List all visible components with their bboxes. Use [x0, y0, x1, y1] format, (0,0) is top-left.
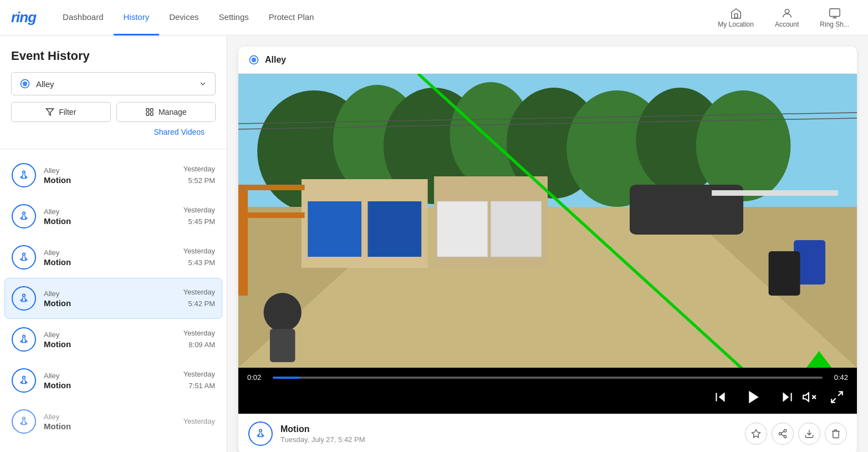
skip-back-button[interactable] [709, 386, 732, 408]
svg-rect-41 [248, 212, 304, 218]
svg-rect-9 [150, 113, 153, 115]
footer-actions [745, 423, 847, 445]
fullscreen-icon [830, 390, 844, 404]
svg-rect-40 [248, 185, 304, 190]
manage-button[interactable]: Manage [116, 102, 216, 122]
event-icon-wrap-1 [12, 163, 36, 187]
nav-links: Dashboard History Devices Settings Prote… [53, 0, 324, 35]
nav-dashboard[interactable]: Dashboard [53, 0, 113, 35]
device-select-dropdown[interactable]: Alley [11, 72, 216, 95]
nav-protect[interactable]: Protect Plan [259, 0, 324, 35]
svg-point-16 [23, 417, 25, 420]
event-item-5[interactable]: Alley Motion Yesterday 8:09 AM [4, 319, 222, 360]
svg-line-29 [238, 113, 857, 124]
svg-point-15 [23, 376, 25, 379]
event-time-1: Yesterday 5:52 PM [183, 164, 215, 187]
fullscreen-button[interactable] [826, 386, 848, 408]
svg-point-21 [257, 90, 371, 212]
star-button[interactable] [745, 423, 767, 445]
progress-track[interactable] [273, 377, 823, 379]
video-right-controls [798, 386, 848, 408]
event-icon-wrap-6 [12, 368, 36, 393]
account-button[interactable]: Account [767, 7, 806, 28]
svg-marker-61 [752, 430, 760, 438]
sidebar-divider [0, 149, 227, 149]
progress-bar-wrap: 0:02 0:42 [247, 373, 848, 382]
event-item-1[interactable]: Alley Motion Yesterday 5:52 PM [4, 155, 222, 196]
svg-point-4 [24, 83, 26, 85]
ring-logo: ring [11, 9, 36, 26]
svg-point-63 [779, 433, 782, 435]
ring-share-label: Ring Sh... [820, 21, 849, 28]
svg-point-10 [23, 171, 25, 174]
event-info-1: Alley Motion [44, 166, 176, 185]
download-button[interactable] [798, 423, 820, 445]
event-time-7: Yesterday [183, 416, 215, 428]
svg-point-62 [784, 430, 787, 433]
skip-forward-button[interactable] [776, 386, 798, 408]
svg-marker-47 [794, 351, 844, 368]
event-item-3[interactable]: Alley Motion Yesterday 5:43 PM [4, 237, 222, 278]
total-time-label: 0:42 [828, 373, 848, 382]
svg-marker-55 [803, 393, 809, 401]
share-button[interactable] [772, 423, 794, 445]
event-type-7: Motion [44, 421, 176, 431]
event-item-4[interactable]: Alley Motion Yesterday 5:42 PM [4, 278, 222, 319]
ring-share-button[interactable]: Ring Sh... [812, 7, 857, 28]
nav-history[interactable]: History [114, 0, 160, 35]
my-location-button[interactable]: My Location [710, 7, 762, 28]
event-item-6[interactable]: Alley Motion Yesterday 7:51 AM [4, 360, 222, 401]
footer-motion-icon [254, 428, 267, 440]
svg-marker-50 [719, 392, 725, 402]
svg-rect-49 [270, 329, 295, 362]
svg-rect-36 [367, 201, 421, 257]
camera-icon [19, 78, 30, 89]
skip-back-icon [713, 390, 728, 404]
account-icon [781, 7, 793, 19]
event-time-2: Yesterday 5:45 PM [183, 205, 215, 228]
svg-point-13 [23, 294, 25, 297]
event-device-1: Alley [44, 166, 176, 175]
motion-icon-5 [18, 333, 30, 346]
svg-marker-32 [238, 207, 857, 368]
filter-button[interactable]: Filter [11, 102, 111, 122]
play-button[interactable] [743, 386, 765, 408]
video-scene [238, 74, 857, 368]
delete-button[interactable] [825, 423, 847, 445]
svg-line-30 [238, 118, 857, 129]
sidebar-title: Event History [11, 49, 216, 63]
svg-point-48 [264, 293, 302, 332]
svg-rect-42 [630, 185, 743, 235]
event-icon-wrap-4 [12, 286, 36, 311]
svg-point-22 [333, 85, 421, 196]
mute-button[interactable] [798, 386, 820, 408]
home-icon [730, 7, 742, 19]
nav-settings[interactable]: Settings [209, 0, 259, 35]
svg-point-19 [253, 59, 255, 61]
svg-marker-52 [749, 391, 759, 404]
event-type-5: Motion [44, 339, 176, 349]
event-type-4: Motion [44, 298, 176, 308]
event-info-4: Alley Motion [44, 290, 176, 308]
event-list: Alley Motion Yesterday 5:52 PM [0, 155, 227, 442]
event-info-5: Alley Motion [44, 331, 176, 349]
event-item-2[interactable]: Alley Motion Yesterday 5:45 PM [4, 196, 222, 237]
svg-rect-2 [829, 8, 839, 16]
nav-devices[interactable]: Devices [159, 0, 208, 35]
event-device-3: Alley [44, 248, 176, 257]
svg-line-59 [831, 398, 836, 403]
control-buttons [709, 386, 798, 408]
svg-point-28 [696, 90, 791, 201]
svg-rect-39 [238, 185, 248, 296]
content-area: Alley [227, 35, 868, 452]
trash-icon [831, 429, 841, 439]
shared-videos-link[interactable]: Shared Videos [11, 122, 216, 136]
svg-rect-38 [491, 201, 542, 257]
event-time-3: Yesterday 5:43 PM [183, 246, 215, 269]
svg-line-66 [781, 431, 784, 433]
play-icon [746, 389, 762, 405]
event-item-7[interactable]: Alley Motion Yesterday [4, 401, 222, 442]
svg-point-14 [23, 335, 25, 338]
svg-line-46 [418, 74, 857, 368]
video-controls: 0:02 0:42 [238, 368, 857, 414]
